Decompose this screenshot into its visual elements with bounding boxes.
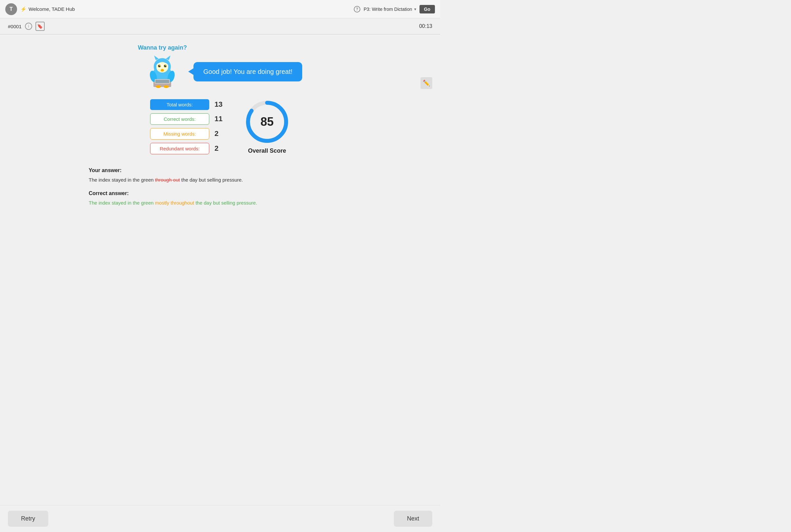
svg-point-19 — [156, 86, 161, 88]
question-id: #0001 — [8, 24, 22, 29]
header-left: T ⚡ Welcome, TADE Hub — [5, 3, 75, 15]
svg-point-11 — [164, 65, 167, 67]
your-answer-text: The index stayed in the green through ou… — [89, 176, 352, 184]
wanna-text: Wanna try again? — [138, 44, 187, 51]
correct-answer-highlight: mostly throughout — [155, 200, 194, 206]
owl-area: Wanna try again? — [13, 41, 427, 89]
your-answer-heading: Your answer: — [89, 168, 352, 173]
total-words-label: Total words: — [150, 99, 209, 110]
missing-words-value: 2 — [214, 129, 224, 138]
answer-section: Your answer: The index stayed in the gre… — [89, 168, 352, 207]
correct-words-label: Correct words: — [150, 113, 209, 125]
score-circle: 85 — [244, 99, 290, 145]
go-button[interactable]: Go — [419, 5, 435, 14]
total-words-value: 13 — [214, 100, 224, 109]
correct-answer-before: The index stayed in the green — [89, 200, 155, 206]
svg-rect-18 — [155, 80, 169, 83]
correct-words-value: 11 — [214, 115, 224, 123]
svg-point-20 — [164, 86, 169, 88]
speech-bubble: Good job! You are doing great! — [193, 62, 302, 81]
correct-answer-after: the day but selling pressure. — [194, 200, 257, 206]
header: T ⚡ Welcome, TADE Hub ? P3: Write from D… — [0, 0, 440, 18]
your-answer-after: the day but selling pressure. — [180, 177, 243, 183]
svg-point-12 — [166, 65, 166, 66]
bolt-icon: ⚡ — [20, 6, 26, 12]
welcome-text: ⚡ Welcome, TADE Hub — [20, 6, 75, 12]
missing-words-label: Missing words: — [150, 128, 209, 139]
timer: 00:13 — [419, 23, 432, 29]
stats-table: Total words: 13 Correct words: 11 Missin… — [150, 99, 224, 154]
score-value: 85 — [261, 115, 274, 129]
your-answer-strikethrough: through out — [155, 177, 180, 183]
main-content: ✏️ Wanna try again? — [0, 35, 440, 223]
missing-words-row: Missing words: 2 — [150, 128, 224, 139]
redundant-words-label: Redundant words: — [150, 143, 209, 154]
avatar: T — [5, 3, 17, 15]
owl-illustration — [144, 53, 180, 89]
svg-point-8 — [159, 65, 160, 66]
bookmark-icon[interactable]: 🔖 — [36, 22, 45, 31]
redundant-words-row: Redundant words: 2 — [150, 143, 224, 154]
correct-words-row: Correct words: 11 — [150, 113, 224, 125]
owl-container: Wanna try again? — [138, 44, 187, 89]
subheader-left: #0001 i 🔖 — [8, 22, 45, 31]
svg-point-7 — [158, 65, 161, 67]
correct-answer-text: The index stayed in the green mostly thr… — [89, 199, 352, 207]
mode-label: P3: Write from Dictation ▾ — [364, 6, 416, 12]
pencil-area: ✏️ — [420, 77, 432, 89]
svg-point-13 — [161, 69, 164, 72]
total-words-row: Total words: 13 — [150, 99, 224, 110]
welcome-label: Welcome, TADE Hub — [29, 6, 75, 12]
help-icon[interactable]: ? — [354, 6, 360, 13]
redundant-words-value: 2 — [214, 144, 224, 153]
pencil-button[interactable]: ✏️ — [420, 77, 432, 89]
score-section: Total words: 13 Correct words: 11 Missin… — [13, 99, 427, 154]
header-right: ? P3: Write from Dictation ▾ Go — [354, 5, 435, 14]
your-answer-before: The index stayed in the green — [89, 177, 155, 183]
circle-container: 85 Overall Score — [244, 99, 290, 154]
chevron-down-icon[interactable]: ▾ — [414, 7, 416, 12]
correct-answer-heading: Correct answer: — [89, 190, 352, 196]
overall-score-label: Overall Score — [248, 148, 286, 154]
subheader: #0001 i 🔖 00:13 — [0, 18, 440, 35]
info-icon[interactable]: i — [25, 23, 32, 30]
